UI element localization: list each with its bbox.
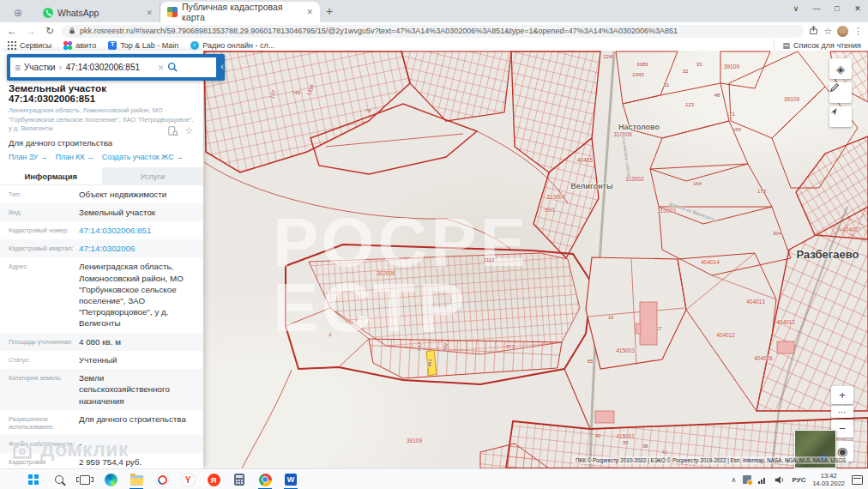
pkk-favicon [167,7,178,17]
browser-url-bar: ← → ↻ pkk.rosreestr.ru/#/search/59.79068… [0,22,868,39]
my-location-button[interactable] [829,106,852,127]
lock-icon [69,27,75,35]
info-row: Адрес: Ленинградская область, Ломоносовс… [0,257,203,332]
tab-whatsapp[interactable]: WhatsApp ✕ [36,3,160,22]
layers-button[interactable]: ◈ [829,58,852,79]
task-view-button[interactable] [72,470,98,489]
parcel-address-subtitle: Ленинградская область, Ломоносовский рай… [9,106,195,134]
search-category-select[interactable]: Участки ∨ [24,63,63,72]
file-explorer-icon[interactable] [124,470,149,489]
notification-badge-icon[interactable] [743,475,751,484]
info-row: Кадастровый номер: 47:14:0302006:851 [0,221,203,239]
favorite-star-icon[interactable]: ☆ [184,125,193,136]
clear-search-icon[interactable]: ✕ [158,63,165,72]
tab-pkk[interactable]: Публичная кадастровая карта ✕ [160,2,320,22]
bookmark-radio[interactable]: Радио онлайн - сл... [190,41,274,50]
action-center-icon[interactable] [852,475,863,485]
layers-icon: ◈ [836,63,845,75]
browser-menu-icon[interactable]: ⋮ [853,26,863,37]
bookmarks-bar: Сервисы авито Top & Lab - Main Радио онл… [0,39,868,51]
volume-icon[interactable] [775,475,785,485]
chevron-down-icon: ∨ [58,64,63,71]
reload-button[interactable]: ↻ [43,25,57,37]
clock[interactable]: 13:42 14.03.2022 [812,472,845,488]
create-zhs-link[interactable]: Создать участок ЖС → [102,153,184,161]
maximize-button[interactable]: □ [827,0,847,17]
parcel-usage: Для дачного строительства [9,138,195,148]
info-row: Категория земель: Земли сельскохозяйстве… [0,369,203,410]
tab-close-icon[interactable]: ✕ [146,9,153,17]
search-icon[interactable] [167,62,178,73]
parcel-info-panel: Земельный участок 47:14:0302006:851 Лени… [0,51,203,468]
bookmark-icon [63,41,72,50]
pencil-icon [829,82,840,93]
search-input[interactable] [66,63,154,72]
map-search-bar: ≡ Участки ∨ ✕ ‹ [7,54,225,81]
tab-information[interactable]: Информация [0,167,102,185]
red-logo-app-icon[interactable] [149,470,175,489]
info-row: Площадь уточненная: 4 080 кв. м [0,333,203,351]
info-row: Кадастровый квартал: 47:14:0302006 [0,239,203,257]
system-tray: ∧ РУС 13:42 14.03.2022 [732,472,868,488]
forward-button[interactable]: → [24,25,38,37]
panel-tabs: Информация Услуги [0,167,203,185]
collapse-panel-icon[interactable]: ‹ [220,61,224,71]
zoom-in-button[interactable]: + [831,386,853,404]
tab-search-icon[interactable]: ∨ [786,0,806,17]
zoom-more-button[interactable]: ⋯ [831,406,853,418]
tab-blank[interactable]: ⊕ [0,3,36,22]
start-button[interactable] [21,470,46,489]
chrome-icon[interactable] [252,470,278,489]
menu-icon[interactable]: ≡ [15,62,21,74]
plan-kk-link[interactable]: План КК → [56,153,94,161]
measure-button[interactable] [829,82,852,103]
bookmark-icon [108,41,117,50]
bookmark-icon [7,40,16,50]
browser-tab-bar: ⊕ WhatsApp ✕ Публичная кадастровая карта… [0,0,868,22]
info-row: Вид: Земельный участок [0,203,203,221]
bookmark-top-lab[interactable]: Top & Lab - Main [108,41,178,50]
tab-title: Публичная кадастровая карта [182,2,302,22]
yandex-icon[interactable]: Я [201,470,226,489]
info-row: Разрешенное использование: Для дачного с… [0,410,203,435]
new-tab-button[interactable]: + [320,2,339,21]
edge-icon[interactable] [98,470,124,489]
windows-taskbar: Y Я W ∧ РУС 13:42 14.03.2022 [0,468,868,489]
taskbar-search-button[interactable] [46,470,72,489]
language-indicator[interactable]: РУС [792,476,805,484]
whatsapp-icon [43,8,53,18]
tray-expand-icon[interactable]: ∧ [732,476,737,484]
info-row: Тип: Объект недвижимости [0,185,203,203]
bookmark-icon [190,41,199,50]
info-row: Статус: Учтенный [0,351,203,369]
tab-services[interactable]: Услуги [102,167,204,185]
desktop: ⊕ WhatsApp ✕ Публичная кадастровая карта… [0,0,868,489]
address-field[interactable]: pkk.rosreestr.ru/#/search/59.79068981353… [62,25,804,38]
reading-list-icon: ▤ [783,41,791,50]
profile-avatar[interactable] [837,26,848,37]
back-button[interactable]: ← [5,25,19,37]
tab-title: WhatsApp [57,8,99,18]
map-attribution: ПКК © Росреестр 2010-2022 | ЕЭКО © Росре… [573,456,848,464]
yandex-browser-icon[interactable]: Y [175,470,201,489]
location-arrow-icon [829,106,840,117]
word-icon[interactable]: W [278,470,304,489]
share-icon[interactable] [809,26,818,37]
domclick-house-icon [10,438,34,462]
bookmark-avito[interactable]: авито [63,41,96,50]
network-icon[interactable] [758,476,768,484]
tab-close-icon[interactable]: ✕ [306,8,313,16]
url-text: pkk.rosreestr.ru/#/search/59.79068981353… [80,27,678,35]
calculator-icon[interactable] [226,470,252,489]
bookmark-star-icon[interactable]: ☆ [823,26,832,37]
close-window-button[interactable]: ✕ [847,0,868,17]
bookmark-services[interactable]: Сервисы [7,40,51,50]
plan-zu-link[interactable]: План ЗУ → [9,153,48,161]
globe-icon: ⊕ [14,7,22,19]
parcel-title: Земельный участок 47:14:0302006:851 [9,83,195,104]
doc-search-icon[interactable] [168,126,178,136]
minimize-button[interactable]: — [806,0,827,17]
domclick-watermark: Домклик [10,438,129,462]
reading-list-button[interactable]: ▤ Список для чтения [774,39,861,51]
window-controls: ∨ — □ ✕ [786,0,868,22]
